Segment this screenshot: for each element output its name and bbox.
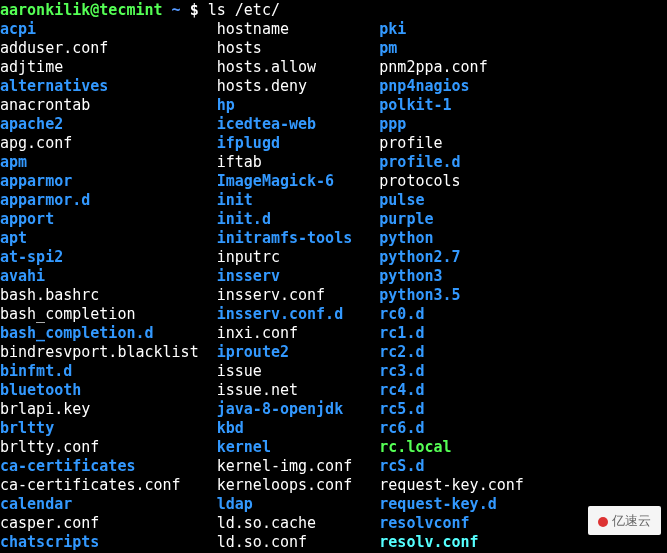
ls-entry: ldap xyxy=(217,495,253,513)
ls-entry: request-key.conf xyxy=(379,476,524,494)
ls-entry: bash_completion xyxy=(0,305,135,323)
ls-entry: kernel xyxy=(217,438,271,456)
ls-entry: acpi xyxy=(0,20,36,38)
ls-entry: kbd xyxy=(217,419,244,437)
ls-entry: adduser.conf xyxy=(0,39,108,57)
ls-entry: chatscripts xyxy=(0,533,99,551)
ls-entry: rc1.d xyxy=(379,324,424,342)
ls-entry: adjtime xyxy=(0,58,63,76)
ls-entry: rc4.d xyxy=(379,381,424,399)
ls-entry: ifplugd xyxy=(217,134,280,152)
ls-entry: hosts.deny xyxy=(217,77,307,95)
ls-entry: ca-certificates xyxy=(0,457,135,475)
ls-entry: java-8-openjdk xyxy=(217,400,343,418)
command-text: ls /etc/ xyxy=(208,1,280,19)
ls-entry: hostname xyxy=(217,20,289,38)
ls-entry: python xyxy=(379,229,433,247)
ls-entry: init xyxy=(217,191,253,209)
prompt-cwd: ~ xyxy=(172,1,181,19)
ls-entry: purple xyxy=(379,210,433,228)
ls-entry: apparmor xyxy=(0,172,72,190)
ls-entry: issue xyxy=(217,362,262,380)
ls-entry: brltty.conf xyxy=(0,438,99,456)
ls-entry: anacrontab xyxy=(0,96,90,114)
prompt-line: aaronkilik@tecmint ~ $ ls /etc/ xyxy=(0,1,667,20)
prompt-user-host: aaronkilik@tecmint xyxy=(0,1,163,19)
ls-entry: ca-certificates.conf xyxy=(0,476,181,494)
prompt-symbol: $ xyxy=(190,1,199,19)
ls-entry: calendar xyxy=(0,495,72,513)
ls-entry: python3.5 xyxy=(379,286,460,304)
ls-entry: apparmor.d xyxy=(0,191,90,209)
ls-entry: ld.so.cache xyxy=(217,514,316,532)
ls-entry: kerneloops.conf xyxy=(217,476,352,494)
ls-entry: apport xyxy=(0,210,54,228)
ls-entry: inxi.conf xyxy=(217,324,298,342)
ls-entry: rc.local xyxy=(379,438,451,456)
ls-entry: request-key.d xyxy=(379,495,496,513)
ls-entry: brlapi.key xyxy=(0,400,90,418)
ls-entry: kernel-img.conf xyxy=(217,457,352,475)
ls-entry: resolv.conf xyxy=(379,533,478,551)
ls-entry: protocols xyxy=(379,172,460,190)
ls-entry: ld.so.conf xyxy=(217,533,307,551)
ls-entry: apache2 xyxy=(0,115,63,133)
ls-entry: profile xyxy=(379,134,442,152)
ls-entry: polkit-1 xyxy=(379,96,451,114)
ls-entry: hp xyxy=(217,96,235,114)
ls-entry: iproute2 xyxy=(217,343,289,361)
ls-entry: python2.7 xyxy=(379,248,460,266)
ls-entry: avahi xyxy=(0,267,45,285)
ls-entry: pnp4nagios xyxy=(379,77,469,95)
ls-entry: brltty xyxy=(0,419,54,437)
ls-entry: icedtea-web xyxy=(217,115,316,133)
ls-entry: initramfs-tools xyxy=(217,229,352,247)
ls-entry: rc0.d xyxy=(379,305,424,323)
ls-entry: binfmt.d xyxy=(0,362,72,380)
ls-entry: hosts.allow xyxy=(217,58,316,76)
ls-entry: pnm2ppa.conf xyxy=(379,58,487,76)
ls-entry: rcS.d xyxy=(379,457,424,475)
ls-entry: bindresvport.blacklist xyxy=(0,343,199,361)
ls-entry: casper.conf xyxy=(0,514,99,532)
ls-entry: bash_completion.d xyxy=(0,324,154,342)
ls-entry: pki xyxy=(379,20,406,38)
ls-entry: apm xyxy=(0,153,27,171)
ls-entry: pm xyxy=(379,39,397,57)
ls-entry: insserv.conf.d xyxy=(217,305,343,323)
ls-entry: profile.d xyxy=(379,153,460,171)
ls-entry: python3 xyxy=(379,267,442,285)
ls-entry: rc2.d xyxy=(379,343,424,361)
ls-entry: ppp xyxy=(379,115,406,133)
ls-entry: hosts xyxy=(217,39,262,57)
watermark-badge: 亿速云 xyxy=(588,506,661,535)
ls-entry: issue.net xyxy=(217,381,298,399)
ls-entry: at-spi2 xyxy=(0,248,63,266)
watermark-text: 亿速云 xyxy=(612,513,651,528)
ls-entry: iftab xyxy=(217,153,262,171)
ls-entry: pulse xyxy=(379,191,424,209)
ls-entry: inputrc xyxy=(217,248,280,266)
ls-entry: rc5.d xyxy=(379,400,424,418)
ls-entry: rc3.d xyxy=(379,362,424,380)
ls-entry: resolvconf xyxy=(379,514,469,532)
ls-entry: rc6.d xyxy=(379,419,424,437)
ls-entry: alternatives xyxy=(0,77,108,95)
ls-output: acpi hostname pki adduser.conf hosts pm … xyxy=(0,20,667,552)
ls-entry: apt xyxy=(0,229,27,247)
ls-entry: ImageMagick-6 xyxy=(217,172,334,190)
ls-entry: insserv xyxy=(217,267,280,285)
ls-entry: init.d xyxy=(217,210,271,228)
ls-entry: bash.bashrc xyxy=(0,286,99,304)
ls-entry: apg.conf xyxy=(0,134,72,152)
ls-entry: insserv.conf xyxy=(217,286,325,304)
ls-entry: bluetooth xyxy=(0,381,81,399)
